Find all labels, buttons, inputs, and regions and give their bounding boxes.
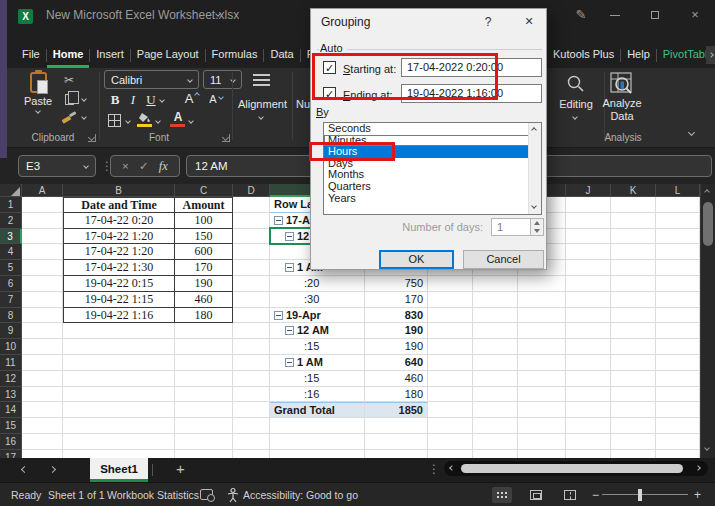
cell-d10[interactable]	[233, 339, 270, 355]
alignment-group-button[interactable]: Alignment	[234, 98, 291, 110]
horizontal-scrollbar[interactable]	[444, 461, 708, 476]
cell-a10[interactable]	[22, 339, 63, 355]
cell-f9[interactable]: 190	[365, 323, 428, 339]
cell-f14[interactable]: 1850	[365, 402, 428, 418]
zoom-slider-thumb[interactable]	[638, 489, 642, 501]
cell-e13[interactable]: :16	[270, 387, 365, 403]
cell-e14[interactable]: Grand Total	[270, 402, 365, 418]
underline-button[interactable]: U	[143, 92, 159, 108]
cell-c11[interactable]	[175, 355, 233, 371]
vertical-scrollbar[interactable]	[700, 184, 715, 458]
cell-f16[interactable]	[365, 434, 428, 450]
borders-dropdown-icon[interactable]	[125, 118, 131, 124]
cell-f12[interactable]: 460	[365, 371, 428, 387]
tab-file[interactable]: File	[16, 42, 46, 68]
cell-k9[interactable]	[611, 323, 656, 339]
cell-i12[interactable]	[518, 371, 566, 387]
minimize-button[interactable]	[598, 0, 632, 30]
cell-l15[interactable]	[656, 418, 700, 434]
cell-b1[interactable]: Date and Time	[63, 197, 175, 213]
tab-help[interactable]: Help	[621, 42, 656, 68]
row-header-12[interactable]: 12	[0, 371, 22, 387]
cell-c12[interactable]	[175, 371, 233, 387]
row-header-8[interactable]: 8	[0, 308, 22, 324]
cell-c8[interactable]: 180	[175, 308, 233, 324]
font-size-combobox[interactable]: 11	[203, 70, 242, 89]
increase-font-button[interactable]: A	[182, 91, 196, 106]
dialog-close-icon[interactable]: ×	[517, 11, 541, 31]
fill-color-icon[interactable]	[138, 112, 152, 123]
cell-k14[interactable]	[611, 402, 656, 418]
cell-c3[interactable]: 150	[175, 229, 233, 245]
cell-l13[interactable]	[656, 387, 700, 403]
editing-group-button[interactable]: Editing	[548, 98, 604, 110]
zoom-out-button[interactable]: −	[592, 488, 599, 502]
cell-l7[interactable]	[656, 292, 700, 308]
cell-j3[interactable]	[566, 229, 611, 245]
confirm-entry-icon[interactable]: ✓	[139, 159, 149, 173]
cell-a1[interactable]	[22, 197, 63, 213]
cell-b3[interactable]: 17-04-22 1:20	[63, 229, 175, 245]
row-header-2[interactable]: 2	[0, 213, 22, 229]
cell-f13[interactable]: 180	[365, 387, 428, 403]
cell-h15[interactable]	[473, 418, 518, 434]
cell-i14[interactable]	[518, 402, 566, 418]
cell-j1[interactable]	[566, 197, 611, 213]
cell-f10[interactable]: 190	[365, 339, 428, 355]
cell-g16[interactable]	[428, 434, 473, 450]
cell-d6[interactable]	[233, 276, 270, 292]
cell-b14[interactable]	[63, 402, 175, 418]
cell-a11[interactable]	[22, 355, 63, 371]
cell-g8[interactable]	[428, 308, 473, 324]
by-item-quarters[interactable]: Quarters	[324, 181, 541, 193]
analyze-data-label-1[interactable]: Analyze	[600, 97, 644, 109]
cell-e17[interactable]	[270, 450, 365, 458]
cell-c13[interactable]	[175, 387, 233, 403]
copy-icon[interactable]	[65, 94, 74, 105]
cell-b2[interactable]: 17-04-22 0:20	[63, 213, 175, 229]
column-header-b[interactable]: B	[63, 184, 175, 197]
cell-h12[interactable]	[473, 371, 518, 387]
cell-l17[interactable]	[656, 450, 700, 458]
cell-d15[interactable]	[233, 418, 270, 434]
listbox-scroll-down-icon[interactable]	[531, 203, 537, 209]
cell-j5[interactable]	[566, 260, 611, 276]
cell-d14[interactable]	[233, 402, 270, 418]
cell-g13[interactable]	[428, 387, 473, 403]
cell-d3[interactable]	[233, 229, 270, 245]
cell-f7[interactable]: 170	[365, 292, 428, 308]
cell-d13[interactable]	[233, 387, 270, 403]
row-header-6[interactable]: 6	[0, 276, 22, 292]
collapse-icon[interactable]	[285, 232, 294, 241]
cell-j13[interactable]	[566, 387, 611, 403]
cell-d4[interactable]	[233, 244, 270, 260]
cell-d5[interactable]	[233, 260, 270, 276]
cell-g11[interactable]	[428, 355, 473, 371]
cell-h16[interactable]	[473, 434, 518, 450]
italic-button[interactable]: I	[125, 92, 141, 108]
font-dialog-launcher-icon[interactable]	[222, 134, 230, 142]
cell-g17[interactable]	[428, 450, 473, 458]
cell-i16[interactable]	[518, 434, 566, 450]
cell-d8[interactable]	[233, 308, 270, 324]
cell-b6[interactable]: 19-04-22 0:15	[63, 276, 175, 292]
cell-c6[interactable]: 190	[175, 276, 233, 292]
status-accessibility[interactable]: Accessibility: Good to go	[243, 489, 358, 501]
cell-b4[interactable]: 17-04-22 1:20	[63, 244, 175, 260]
cell-c17[interactable]	[175, 450, 233, 458]
dialog-help-button[interactable]: ?	[479, 15, 497, 29]
cell-j15[interactable]	[566, 418, 611, 434]
borders-icon[interactable]	[108, 114, 121, 127]
cell-i9[interactable]	[518, 323, 566, 339]
next-sheet-icon[interactable]	[49, 466, 56, 473]
cell-b11[interactable]	[63, 355, 175, 371]
cell-j17[interactable]	[566, 450, 611, 458]
collapse-icon[interactable]	[274, 311, 283, 320]
font-color-button[interactable]: A	[171, 110, 185, 124]
cell-h11[interactable]	[473, 355, 518, 371]
cell-f11[interactable]: 640	[365, 355, 428, 371]
column-header-k[interactable]: K	[611, 184, 656, 197]
cell-a5[interactable]	[22, 260, 63, 276]
cell-l4[interactable]	[656, 244, 700, 260]
row-header-11[interactable]: 11	[0, 355, 22, 371]
